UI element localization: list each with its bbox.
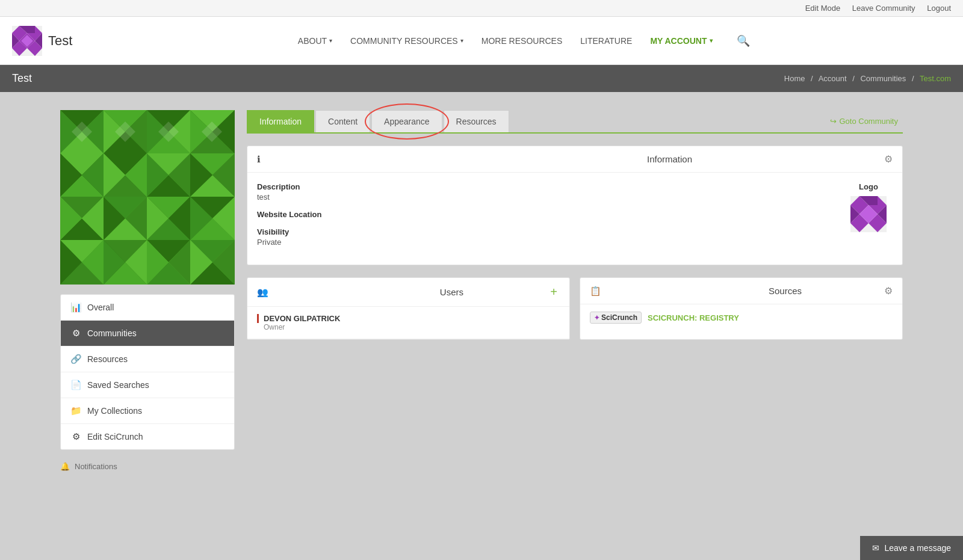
about-chevron: ▾ xyxy=(329,37,332,44)
description-row: Description test xyxy=(257,182,832,202)
tab-resources[interactable]: Resources xyxy=(444,110,509,132)
notifications-item[interactable]: 🔔 Notifications xyxy=(60,462,235,471)
sidebar-item-overall[interactable]: 📊 Overall xyxy=(61,295,234,321)
goto-community-icon: ↪ xyxy=(830,117,837,126)
user-role: Owner xyxy=(257,323,560,331)
users-section: 👥 Users + DEVON GILPATRICK Owner xyxy=(247,277,570,340)
page-title: Test xyxy=(12,72,32,85)
tab-appearance[interactable]: Appearance xyxy=(371,110,442,132)
sidebar-item-label-overall: Overall xyxy=(87,303,114,312)
info-fields: Description test Website Location Visibi… xyxy=(257,182,832,255)
tabs: Information Content Appearance Resources… xyxy=(247,110,903,134)
logo-label: Logo xyxy=(844,182,893,191)
breadcrumb-communities[interactable]: Communities xyxy=(860,74,906,83)
visibility-label: Visibility xyxy=(257,227,832,236)
sources-section: 📋 Sources ⚙ ✦ SciCrunch SCICRUNCH: REGIS… xyxy=(580,277,903,340)
search-icon[interactable]: 🔍 xyxy=(737,34,750,48)
communities-icon: ⚙ xyxy=(70,328,81,339)
edit-scicrunch-icon: ⚙ xyxy=(70,431,81,442)
scicrunch-icon: ✦ xyxy=(594,314,599,322)
visibility-row: Visibility Private xyxy=(257,227,832,247)
overall-icon: 📊 xyxy=(70,302,81,313)
sources-gear-icon[interactable]: ⚙ xyxy=(884,285,893,297)
description-label: Description xyxy=(257,182,832,191)
website-row: Website Location xyxy=(257,210,832,219)
information-icon: ℹ xyxy=(257,154,261,165)
breadcrumb-home[interactable]: Home xyxy=(784,74,805,83)
users-title: Users xyxy=(440,287,463,297)
breadcrumb: Home / Account / Communities / Test.com xyxy=(784,74,951,83)
sidebar-item-my-collections[interactable]: 📁 My Collections xyxy=(61,398,234,424)
sidebar-item-label-communities: Communities xyxy=(87,328,137,338)
leave-community-link[interactable]: Leave Community xyxy=(852,4,915,13)
nav-community-resources[interactable]: COMMUNITY RESOURCES ▾ xyxy=(350,36,463,46)
sidebar-item-edit-scicrunch[interactable]: ⚙ Edit SciCrunch xyxy=(61,424,234,449)
sidebar: 📊 Overall ⚙ Communities 🔗 Resources 📄 Sa… xyxy=(60,110,235,471)
two-col-section: 👥 Users + DEVON GILPATRICK Owner 📋 Sourc… xyxy=(247,277,903,352)
visibility-value: Private xyxy=(257,238,832,247)
information-section: ℹ Information ⚙ Description test Website… xyxy=(247,146,903,265)
my-account-chevron: ▾ xyxy=(710,37,713,44)
saved-searches-icon: 📄 xyxy=(70,380,81,390)
sources-icon: 📋 xyxy=(590,286,601,297)
sidebar-menu: 📊 Overall ⚙ Communities 🔗 Resources 📄 Sa… xyxy=(60,294,235,450)
main-panel: Information Content Appearance Resources… xyxy=(247,110,903,471)
my-collections-icon: 📁 xyxy=(70,405,81,416)
resources-icon: 🔗 xyxy=(70,354,81,365)
notifications-icon: 🔔 xyxy=(60,462,70,471)
edit-mode-link[interactable]: Edit Mode xyxy=(805,4,841,13)
sidebar-item-resources[interactable]: 🔗 Resources xyxy=(61,346,234,372)
sidebar-item-label-saved-searches: Saved Searches xyxy=(87,380,149,390)
breadcrumb-account[interactable]: Account xyxy=(819,74,847,83)
information-section-body: Description test Website Location Visibi… xyxy=(247,173,902,265)
utility-bar: Edit Mode Leave Community Logout xyxy=(0,0,963,17)
info-grid: Description test Website Location Visibi… xyxy=(257,182,893,255)
logo-area[interactable]: Test xyxy=(12,26,72,56)
nav-my-account[interactable]: MY ACCOUNT ▾ xyxy=(650,36,712,46)
users-icon: 👥 xyxy=(257,287,268,298)
user-name: DEVON GILPATRICK xyxy=(257,314,560,323)
community-resources-chevron: ▾ xyxy=(460,37,463,44)
breadcrumb-current: Test.com xyxy=(920,74,951,83)
website-label: Website Location xyxy=(257,210,832,219)
content-wrapper: 📊 Overall ⚙ Communities 🔗 Resources 📄 Sa… xyxy=(48,92,915,489)
nav-about[interactable]: ABOUT ▾ xyxy=(298,36,332,46)
svg-marker-9 xyxy=(27,26,35,33)
sidebar-item-label-my-collections: My Collections xyxy=(87,406,142,416)
sources-section-header: 📋 Sources ⚙ xyxy=(580,278,902,304)
main-nav: Test ABOUT ▾ COMMUNITY RESOURCES ▾ MORE … xyxy=(0,17,963,65)
sidebar-item-communities[interactable]: ⚙ Communities xyxy=(61,321,234,346)
logo-text: Test xyxy=(48,33,72,49)
source-name: SCICRUNCH: REGISTRY xyxy=(648,313,739,322)
logout-link[interactable]: Logout xyxy=(927,4,951,13)
tab-content[interactable]: Content xyxy=(315,110,370,132)
sidebar-item-label-edit-scicrunch: Edit SciCrunch xyxy=(87,432,143,442)
community-small-logo xyxy=(850,196,887,232)
users-section-header: 👥 Users + xyxy=(247,278,569,307)
description-value: test xyxy=(257,192,832,202)
information-title: Information xyxy=(647,154,692,164)
nav-literature[interactable]: LITERATURE xyxy=(580,36,632,46)
sources-title: Sources xyxy=(769,286,802,296)
breadcrumb-bar: Test Home / Account / Communities / Test… xyxy=(0,65,963,92)
svg-marker-105 xyxy=(869,196,878,205)
tab-information[interactable]: Information xyxy=(247,110,314,132)
user-row: DEVON GILPATRICK Owner xyxy=(247,307,569,339)
notifications-label: Notifications xyxy=(75,462,117,471)
community-logo xyxy=(60,110,235,285)
source-row: ✦ SciCrunch SCICRUNCH: REGISTRY xyxy=(580,304,902,331)
nav-more-resources[interactable]: MORE RESOURCES xyxy=(482,36,563,46)
sidebar-item-label-resources: Resources xyxy=(87,354,128,364)
info-logo-area: Logo xyxy=(844,182,893,255)
nav-links: ABOUT ▾ COMMUNITY RESOURCES ▾ MORE RESOU… xyxy=(96,34,951,48)
goto-community-link[interactable]: ↪ Goto Community xyxy=(825,114,903,128)
sidebar-item-saved-searches[interactable]: 📄 Saved Searches xyxy=(61,372,234,398)
source-logo: ✦ SciCrunch xyxy=(590,312,642,324)
site-logo-icon xyxy=(12,26,42,56)
add-user-button[interactable]: + xyxy=(548,285,560,299)
information-gear-icon[interactable]: ⚙ xyxy=(884,153,893,165)
information-section-header: ℹ Information ⚙ xyxy=(247,146,902,173)
